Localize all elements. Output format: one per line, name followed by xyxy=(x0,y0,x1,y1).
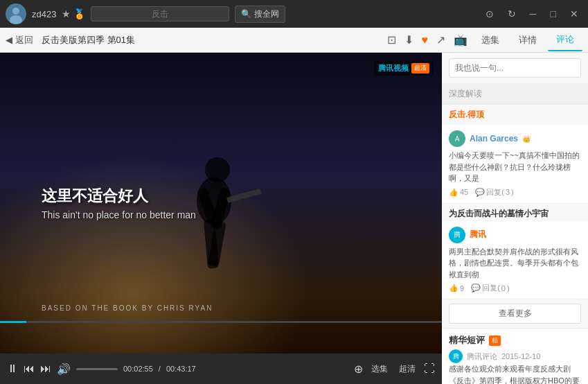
right-panel: 深度解读 反击.得顶 A Alan Garces 👑 小编今天要喷一下~~真搞不… xyxy=(442,53,588,384)
badge-icon[interactable]: 🏅 xyxy=(73,8,85,19)
search-input[interactable] xyxy=(91,6,229,21)
video-subtitles: 这里不适合好人 This ain't no place for no bette… xyxy=(0,186,442,220)
time-current: 00:02:55 xyxy=(123,365,153,373)
progress-bar[interactable] xyxy=(0,321,442,323)
cast-icon[interactable]: 📺 xyxy=(451,30,470,49)
close-button[interactable]: ✕ xyxy=(566,7,582,21)
prev-button[interactable]: ⏮ xyxy=(24,363,35,375)
tencent-label: 腾讯视频 xyxy=(378,63,409,73)
username-label: zd423 xyxy=(32,9,56,19)
section-label: 深度解读 xyxy=(449,89,482,98)
highlight-date: 2015-12-10 xyxy=(501,352,540,360)
character-silhouette xyxy=(152,118,290,326)
like-count-2: 9 xyxy=(460,284,464,293)
time-separator: / xyxy=(159,365,161,373)
subtitle-chinese: 这里不适合好人 xyxy=(42,186,442,207)
comment-avatar-2: 腾 xyxy=(449,227,465,243)
comment-item-2: 腾 腾讯 两男主配合默契并肩作战的形式很有风格，剧情也配连贯。每季开头都有个包袱… xyxy=(442,221,588,300)
comment-avatar-1: A xyxy=(449,130,465,147)
download-icon[interactable]: ⬇ xyxy=(402,30,416,49)
progress-fill xyxy=(0,321,26,323)
play-button[interactable]: ⏸ xyxy=(7,363,18,375)
playlist-btn[interactable]: 选集 xyxy=(368,363,391,375)
reply-icon-1: 💬 xyxy=(475,188,485,197)
share-icon[interactable]: ↗ xyxy=(434,30,448,49)
volume-icon[interactable]: 🔊 xyxy=(57,363,71,376)
comment-actions-2: 👍 9 💬 回复(0) xyxy=(449,283,581,293)
avatar xyxy=(6,3,26,24)
reply-label-1: 回复( xyxy=(486,187,504,198)
screenshot-icon[interactable]: ⊡ xyxy=(384,30,399,49)
reply-icon-2: 💬 xyxy=(471,283,481,293)
vip-icon-1: 👑 xyxy=(522,135,531,143)
highlight-meta: 腾 腾讯评论 2015-12-10 xyxy=(449,349,581,363)
next-button[interactable]: ⏭ xyxy=(40,363,51,375)
search-global-label: 搜全网 xyxy=(254,8,279,20)
tab-comment[interactable]: 评论 xyxy=(548,29,582,51)
refresh-button[interactable]: ↻ xyxy=(504,7,520,21)
comment-author-1: Alan Garces xyxy=(470,134,518,143)
highlight-author: 腾讯评论 xyxy=(467,351,497,362)
highlight-badge: 精 xyxy=(489,335,501,346)
section-header: 深度解读 xyxy=(442,84,588,105)
like-icon-1: 👍 xyxy=(449,188,458,197)
vip-badge: 超清 xyxy=(411,63,429,73)
view-more-button[interactable]: 查看更多 xyxy=(449,304,581,324)
video-area[interactable]: 腾讯视频 超清 这里不适合好人 This ain't no place for … xyxy=(0,53,442,354)
title-bar: zd423 ★ 🏅 🔍 搜全网 ⊙ ↻ ─ □ ✕ xyxy=(0,0,588,28)
highlight-section: 精华短评 精 腾 腾讯评论 2015-12-10 感谢各位观众前来观看年度反感大… xyxy=(442,328,588,384)
book-credit: BASED ON THE BOOK BY CHRIS RYAN xyxy=(42,304,213,312)
comment-actions-1: 👍 45 💬 回复(3) xyxy=(449,187,581,198)
settings-icon[interactable]: ⊕ xyxy=(354,363,363,376)
like-btn-1[interactable]: 👍 45 xyxy=(449,187,468,198)
star-icon[interactable]: ★ xyxy=(62,8,71,19)
window-controls: ⊙ ↻ ─ □ ✕ xyxy=(481,7,582,21)
volume-slider[interactable] xyxy=(76,368,118,370)
back-label: 返回 xyxy=(15,34,33,46)
time-total: 00:43:17 xyxy=(166,365,196,373)
subtitle-english: This ain't no place for no better man xyxy=(42,209,442,220)
comment-input-area xyxy=(442,53,588,84)
skin-button[interactable]: ⊙ xyxy=(481,7,498,21)
comment-author-2: 腾讯 xyxy=(470,229,486,241)
like-icon-2: 👍 xyxy=(449,283,458,293)
reply-btn-1[interactable]: 💬 回复(3) xyxy=(475,187,513,198)
like-count-1: 45 xyxy=(460,188,468,196)
svg-point-4 xyxy=(205,157,230,182)
comment-header-1: A Alan Garces 👑 xyxy=(449,130,581,147)
back-button[interactable]: ◀ 返回 xyxy=(6,34,33,46)
main-layout: 腾讯视频 超清 这里不适合好人 This ain't no place for … xyxy=(0,53,588,384)
comment-input[interactable] xyxy=(449,58,581,78)
episode-title: 反击美版第四季 第01集 xyxy=(42,34,135,46)
quality-btn[interactable]: 超清 xyxy=(396,363,418,375)
search-icon: 🔍 xyxy=(241,9,251,19)
reply-count-2: 0 xyxy=(501,284,506,293)
highlight-text: 感谢各位观众前来观看年度反感大剧《反击》第四季，根据版权方HBO的要求，今年起所… xyxy=(449,363,581,384)
comment-text-2: 两男主配合默契并肩作战的形式很有风格，剧情也配连贯。每季开头都有个包袱直到彻 xyxy=(449,246,581,281)
highlight-label: 精华短评 xyxy=(449,334,485,347)
svg-point-1 xyxy=(12,8,19,15)
tab-detail[interactable]: 详情 xyxy=(510,30,545,51)
highlight-header: 精华短评 精 xyxy=(449,334,581,347)
video-controls: ⏸ ⏮ ⏭ 🔊 00:02:55 / 00:43:17 ⊕ 选集 超清 ⛶ xyxy=(0,354,442,384)
back-icon: ◀ xyxy=(6,35,12,45)
comment-header-2: 腾 腾讯 xyxy=(449,227,581,243)
toolbar: ◀ 返回 反击美版第四季 第01集 ⊡ ⬇ ♥ ↗ 📺 选集 详情 评论 xyxy=(0,28,588,53)
title-icons: ★ 🏅 xyxy=(62,8,85,19)
video-panel: 腾讯视频 超清 这里不适合好人 This ain't no place for … xyxy=(0,53,442,384)
minimize-button[interactable]: ─ xyxy=(526,7,541,21)
tencent-logo: 腾讯视频 超清 xyxy=(374,61,434,76)
search-global-btn[interactable]: 🔍 搜全网 xyxy=(235,6,285,23)
reply-btn-2[interactable]: 💬 回复(0) xyxy=(471,283,509,293)
top-comments-label: 反击.得顶 xyxy=(442,105,588,125)
tab-selection[interactable]: 选集 xyxy=(473,30,508,51)
comment-item: A Alan Garces 👑 小编今天要喷一下~~真搞不懂中国拍的都是些什么神… xyxy=(442,125,588,204)
fullscreen-button[interactable]: ⛶ xyxy=(424,363,435,375)
comment-text-1: 小编今天要喷一下~~真搞不懂中国拍的都是些什么神剧？抗日？什么玲珑榜啊，又是 xyxy=(449,150,581,184)
maximize-button[interactable]: □ xyxy=(546,7,560,21)
reply-label-2: 回复( xyxy=(482,283,500,293)
highlight-avatar: 腾 xyxy=(449,349,463,363)
like-btn-2[interactable]: 👍 9 xyxy=(449,283,464,293)
favorite-icon[interactable]: ♥ xyxy=(419,31,431,49)
reply-count-1: 3 xyxy=(506,188,510,196)
